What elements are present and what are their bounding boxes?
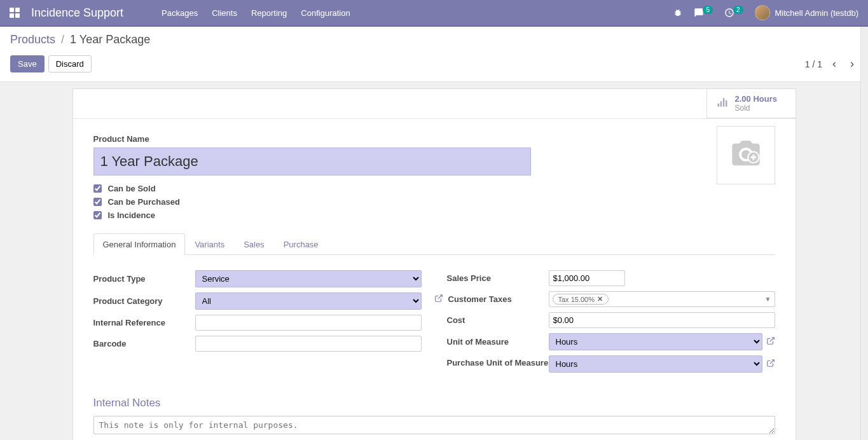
product-category-select[interactable]: All bbox=[195, 292, 422, 310]
product-name-input[interactable] bbox=[93, 148, 531, 175]
tax-tag-label: Tax 15.00% bbox=[558, 296, 595, 303]
can-be-purchased-label: Can be Purchased bbox=[108, 197, 180, 207]
discard-button[interactable]: Discard bbox=[48, 55, 92, 72]
form-sheet: 2.00 Hours Sold Product Name Can be Sold bbox=[72, 88, 796, 440]
uom-select[interactable]: Hours bbox=[549, 333, 762, 350]
main-area: 2.00 Hours Sold Product Name Can be Sold bbox=[0, 82, 868, 440]
scrollbar[interactable] bbox=[860, 27, 868, 440]
tab-sales[interactable]: Sales bbox=[234, 233, 274, 255]
bars-icon bbox=[716, 96, 729, 111]
control-panel: Products / 1 Year Package Save Discard 1… bbox=[0, 27, 868, 82]
sales-price-label: Sales Price bbox=[447, 273, 549, 283]
bug-icon[interactable] bbox=[673, 8, 682, 17]
breadcrumb-current: 1 Year Package bbox=[70, 33, 150, 46]
chevron-down-icon[interactable]: ▼ bbox=[765, 296, 771, 303]
save-button[interactable]: Save bbox=[10, 55, 45, 72]
pager-next[interactable]: › bbox=[846, 57, 858, 71]
stat-sold[interactable]: 2.00 Hours Sold bbox=[706, 89, 796, 118]
breadcrumb-root[interactable]: Products bbox=[10, 33, 55, 46]
can-be-sold-label: Can be Sold bbox=[108, 184, 156, 193]
tax-tag: Tax 15.00% ✕ bbox=[553, 294, 609, 305]
breadcrumb: Products / 1 Year Package bbox=[10, 33, 858, 46]
pager: 1 / 1 ‹ › bbox=[805, 57, 858, 71]
main-menu: Packages Clients Reporting Configuration bbox=[162, 8, 673, 18]
tab-general-information[interactable]: General Information bbox=[93, 233, 186, 255]
menu-reporting[interactable]: Reporting bbox=[251, 8, 287, 18]
sales-price-input[interactable] bbox=[549, 270, 625, 286]
internal-notes-title: Internal Notes bbox=[93, 397, 775, 409]
menu-packages[interactable]: Packages bbox=[162, 8, 198, 18]
pager-prev[interactable]: ‹ bbox=[829, 57, 840, 71]
activities-badge: 2 bbox=[733, 6, 743, 14]
messages-badge: 5 bbox=[703, 6, 713, 14]
can-be-purchased-checkbox[interactable] bbox=[93, 198, 102, 206]
is-incidence-checkbox[interactable] bbox=[93, 211, 102, 219]
user-name: Mitchell Admin (testdb) bbox=[775, 8, 859, 18]
stat-value: 2.00 Hours bbox=[735, 94, 777, 104]
stat-label: Sold bbox=[735, 104, 777, 113]
barcode-label: Barcode bbox=[93, 339, 195, 348]
user-menu[interactable]: Mitchell Admin (testdb) bbox=[755, 5, 859, 20]
cost-input[interactable] bbox=[549, 312, 775, 328]
product-type-label: Product Type bbox=[93, 274, 195, 284]
product-category-label: Product Category bbox=[93, 296, 195, 306]
barcode-input[interactable] bbox=[195, 336, 422, 352]
menu-clients[interactable]: Clients bbox=[212, 8, 237, 18]
tabs: General Information Variants Sales Purch… bbox=[93, 233, 775, 255]
is-incidence-label: Is Incidence bbox=[108, 210, 155, 220]
internal-reference-label: Internal Reference bbox=[93, 318, 195, 327]
menu-configuration[interactable]: Configuration bbox=[301, 8, 350, 18]
apps-icon[interactable] bbox=[10, 8, 20, 18]
uom-external-link-icon[interactable] bbox=[766, 336, 775, 347]
activities-icon[interactable]: 2 bbox=[724, 8, 743, 18]
product-image-upload[interactable] bbox=[717, 126, 775, 184]
internal-notes-textarea[interactable] bbox=[93, 416, 775, 434]
remove-tax-icon[interactable]: ✕ bbox=[597, 295, 603, 303]
customer-taxes-label: Customer Taxes bbox=[448, 294, 512, 304]
customer-taxes-field[interactable]: Tax 15.00% ✕ ▼ bbox=[549, 291, 775, 307]
breadcrumb-sep: / bbox=[61, 33, 64, 46]
can-be-sold-checkbox[interactable] bbox=[93, 184, 102, 193]
camera-icon bbox=[729, 138, 762, 173]
external-link-icon[interactable] bbox=[434, 294, 443, 305]
messages-icon[interactable]: 5 bbox=[694, 8, 713, 18]
internal-reference-input[interactable] bbox=[195, 315, 422, 331]
puom-label: Purchase Unit of Measure bbox=[447, 355, 549, 368]
avatar bbox=[755, 5, 770, 20]
product-name-label: Product Name bbox=[93, 134, 775, 144]
tab-purchase[interactable]: Purchase bbox=[274, 233, 328, 255]
top-navbar: Incidence Support Packages Clients Repor… bbox=[0, 0, 868, 27]
pager-text: 1 / 1 bbox=[805, 59, 822, 69]
tab-variants[interactable]: Variants bbox=[185, 233, 234, 255]
app-name: Incidence Support bbox=[31, 6, 123, 20]
navbar-right: 5 2 Mitchell Admin (testdb) bbox=[673, 5, 858, 20]
cost-label: Cost bbox=[447, 315, 549, 325]
uom-label: Unit of Measure bbox=[447, 337, 549, 347]
puom-external-link-icon[interactable] bbox=[766, 359, 775, 369]
puom-select[interactable]: Hours bbox=[549, 355, 762, 373]
product-type-select[interactable]: Service bbox=[195, 270, 422, 287]
